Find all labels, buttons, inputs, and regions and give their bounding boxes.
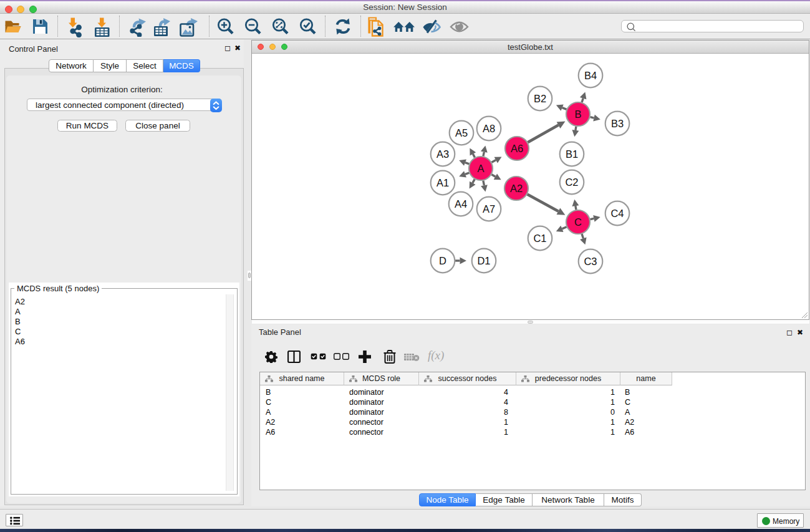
svg-text:A3: A3 bbox=[436, 148, 449, 160]
svg-text:A8: A8 bbox=[483, 123, 495, 134]
svg-text:B: B bbox=[574, 109, 581, 120]
svg-text:A: A bbox=[477, 163, 484, 174]
svg-text:B1: B1 bbox=[566, 148, 578, 160]
svg-text:C1: C1 bbox=[533, 233, 546, 244]
svg-text:D: D bbox=[439, 255, 446, 266]
svg-text:D1: D1 bbox=[477, 255, 490, 266]
svg-text:B2: B2 bbox=[534, 93, 546, 104]
svg-text:C4: C4 bbox=[610, 208, 624, 219]
svg-text:A6: A6 bbox=[511, 143, 523, 154]
svg-text:C: C bbox=[574, 216, 582, 228]
svg-text:A1: A1 bbox=[436, 177, 449, 188]
svg-text:A2: A2 bbox=[510, 183, 523, 194]
svg-text:C3: C3 bbox=[584, 256, 597, 267]
svg-text:B3: B3 bbox=[611, 118, 624, 129]
svg-text:C2: C2 bbox=[565, 177, 578, 188]
svg-text:A5: A5 bbox=[455, 127, 468, 138]
svg-text:A7: A7 bbox=[483, 203, 495, 215]
svg-text:A4: A4 bbox=[455, 198, 467, 210]
svg-text:B4: B4 bbox=[584, 70, 597, 81]
